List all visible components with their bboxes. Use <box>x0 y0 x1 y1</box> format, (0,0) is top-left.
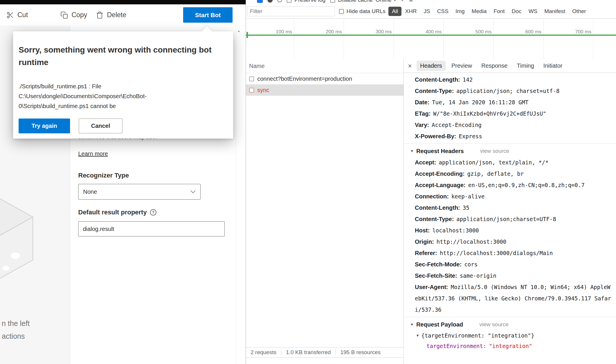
collapse-triangle-icon[interactable]: ▼ <box>410 149 414 153</box>
network-request-row[interactable]: connect?botEnvironment=production <box>246 73 403 85</box>
preserve-log-checkbox[interactable] <box>287 0 292 3</box>
details-tab[interactable]: Initiator <box>540 61 566 71</box>
help-icon[interactable]: ? <box>150 209 156 216</box>
filter-input[interactable] <box>247 6 335 16</box>
summary-item: 2 requests <box>246 349 281 356</box>
timeline-tick-label: 100 ms <box>246 19 294 59</box>
details-tab[interactable]: Preview <box>448 61 476 71</box>
request-header-line: Originhttp://localhost:3000 <box>415 236 612 248</box>
request-headers-list: Acceptapplication/json, text/plain, */* … <box>415 157 612 315</box>
request-header-line: Refererhttp://localhost:3000/dialogs/Mai… <box>415 248 612 259</box>
download-throughput-icon[interactable] <box>400 0 404 1</box>
headers-content: Content-Length142 Content-Typeapplicatio… <box>404 73 616 364</box>
response-header-line: VaryAccept-Encoding <box>415 119 612 131</box>
recognizer-type-value: None <box>83 189 97 195</box>
header-value: http://localhost:3000/dialogs/Main <box>440 250 553 256</box>
timeline-tick-label: 500 ms <box>444 19 494 59</box>
details-tab[interactable]: Response <box>478 61 511 71</box>
filter-pill[interactable]: Other <box>569 7 590 16</box>
request-header-line: User-AgentMozilla/5.0 (Windows NT 10.0; … <box>415 281 612 315</box>
header-name: Referer <box>415 250 437 256</box>
request-header-line: Acceptapplication/json, text/plain, */* <box>415 157 612 168</box>
filter-pill[interactable]: XHR <box>401 7 420 16</box>
learn-more-link[interactable]: Learn more <box>78 150 108 157</box>
delete-button[interactable]: Delete <box>96 4 126 26</box>
details-tab[interactable]: Headers <box>417 61 446 71</box>
header-name: Connection <box>415 193 449 200</box>
header-name: Accept-Language <box>415 182 465 188</box>
scroll-up-arrow[interactable]: ▲ <box>237 29 240 33</box>
hide-data-urls-label[interactable]: Hide data URLs <box>347 8 385 15</box>
header-value: localhost:3000 <box>432 227 479 234</box>
try-again-button[interactable]: Try again <box>19 119 70 133</box>
view-source-link[interactable]: view source <box>479 321 508 328</box>
window-top-bar <box>0 0 246 4</box>
filter-pill[interactable]: Media <box>468 7 490 16</box>
request-header-line: Connectionkeep-alive <box>415 191 612 202</box>
preserve-log-label[interactable]: Preserve log <box>294 0 326 3</box>
cut-label: Cut <box>17 11 28 19</box>
header-value: application/json; charset=utf-8 <box>456 88 560 94</box>
error-dialog: Sorry, something went wrong with connect… <box>13 31 233 139</box>
hint-line: actions <box>2 330 30 343</box>
devtools-panel: Preserve log Disable cache Online ▾ Hide… <box>246 0 616 364</box>
disable-cache-checkbox[interactable] <box>330 0 335 3</box>
name-column-header[interactable]: Name <box>246 59 403 73</box>
filter-pill[interactable]: JS <box>420 7 433 16</box>
request-header-line: Accept-Languageen-US,en;q=0.9,zh-CN;q=0.… <box>415 180 612 191</box>
filter-pill[interactable]: Manifest <box>541 7 569 16</box>
request-header-line: Sec-Fetch-Modecors <box>415 259 612 270</box>
header-name: Content-Length <box>415 76 460 83</box>
search-icon[interactable] <box>277 0 282 2</box>
online-dropdown[interactable]: Online <box>376 0 392 3</box>
copy-button[interactable]: Copy <box>60 4 87 26</box>
network-summary-bar: 2 requests1.0 KB transferred195 B resour… <box>246 347 403 358</box>
response-header-line: Content-Length142 <box>415 74 612 85</box>
filter-pill[interactable]: Img <box>452 7 468 16</box>
filter-pill[interactable]: All <box>388 7 401 16</box>
cut-button[interactable]: Cut <box>6 4 28 26</box>
upload-throughput-icon[interactable] <box>409 0 413 1</box>
record-icon[interactable] <box>267 0 273 3</box>
request-headers-section: ▼ Request Headers view source <box>410 145 612 157</box>
close-icon[interactable]: × <box>408 62 412 69</box>
default-result-label-row: Default result property ? <box>78 209 156 216</box>
recognizer-type-dropdown[interactable]: None <box>78 184 201 200</box>
dialog-title: Sorry, something went wrong with connect… <box>19 44 226 69</box>
details-tab-bar: × Headers Preview Response Timing Initia… <box>404 59 616 73</box>
view-source-link[interactable]: view source <box>480 148 509 154</box>
cancel-button[interactable]: Cancel <box>79 119 122 133</box>
details-tabs: Headers Preview Response Timing Initiato… <box>417 61 566 71</box>
trash-icon <box>96 11 103 19</box>
details-tab[interactable]: Timing <box>513 61 538 71</box>
properties-scrollbar[interactable]: ▲ <box>236 26 242 364</box>
collapse-triangle-icon[interactable]: ▼ <box>417 330 419 341</box>
dialog-body: ./Scripts/build_runtime.ps1 : FileC:\Use… <box>19 81 147 111</box>
timeline-tick-label: 400 ms <box>394 19 444 59</box>
hint-line: n the left <box>2 317 30 330</box>
payload-key: targetEnvironment: <box>426 343 486 349</box>
disable-cache-label[interactable]: Disable cache <box>338 0 373 3</box>
filter-pill[interactable]: Font <box>490 7 508 16</box>
start-bot-button[interactable]: Start Bot <box>183 7 233 23</box>
collapse-triangle-icon[interactable]: ▼ <box>410 322 414 327</box>
hide-data-urls-checkbox[interactable] <box>339 9 344 14</box>
request-headers-title: Request Headers <box>416 148 464 155</box>
filter-pill[interactable]: WS <box>525 7 541 16</box>
request-type-filters: All XHR JS CSS Img Media Font Doc WS Man… <box>388 7 590 16</box>
request-list-pane: Name connect?botEnvironment=production s… <box>246 59 404 364</box>
network-request-row[interactable]: sync <box>246 85 403 96</box>
filter-pill[interactable]: Doc <box>508 7 525 16</box>
header-value: keep-alive <box>451 193 485 200</box>
devtools-toolbar-clipped: Preserve log Disable cache Online ▾ <box>246 0 616 4</box>
chevron-down-icon <box>190 190 196 193</box>
header-value: W/"8e-XhiIxKzbd+QhVr6vj2C+dEfUJsU" <box>433 110 546 117</box>
timeline-tick-label: 300 ms <box>344 19 394 59</box>
header-value: Tue, 14 Jan 2020 16:11:28 GMT <box>432 99 528 105</box>
default-result-input[interactable] <box>78 221 225 236</box>
network-overview-timeline[interactable]: 100 ms200 ms300 ms400 ms500 ms600 ms700 … <box>246 19 616 60</box>
inspect-icon[interactable] <box>257 0 263 3</box>
header-value: gzip, deflate, br <box>467 171 524 177</box>
header-name: Sec-Fetch-Site <box>415 272 457 279</box>
filter-pill[interactable]: CSS <box>434 7 452 16</box>
